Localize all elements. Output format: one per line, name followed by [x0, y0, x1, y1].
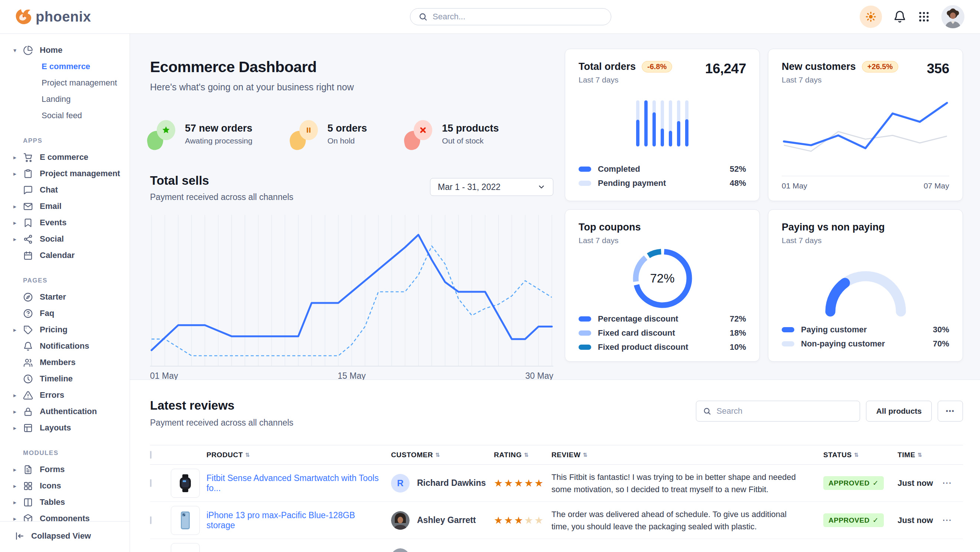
share-icon [23, 234, 33, 244]
customer-avatar [391, 548, 410, 552]
total-sells-header: Total sells Payment received across all … [150, 174, 553, 202]
collapse-sidebar-button[interactable]: Collapsed View [15, 531, 130, 541]
sidebar-item-faq[interactable]: Faq [0, 305, 130, 322]
coupons-legend: Percentage discount72%Fixed card discoun… [579, 312, 746, 354]
product-link[interactable]: iPhone 13 pro max-Pacific Blue-128GB sto… [207, 511, 355, 530]
caret-right-icon: ▸ [13, 466, 23, 473]
product-thumbnail[interactable] [171, 543, 200, 552]
sidebar-item-notifications[interactable]: Notifications [0, 338, 130, 354]
card-period: Last 7 days [782, 75, 898, 85]
global-search-input[interactable] [433, 12, 603, 22]
check-icon: ✓ [873, 516, 879, 525]
table-row [150, 539, 963, 552]
select-all-checkbox[interactable] [150, 451, 151, 459]
brand-logo[interactable]: phoenix [14, 9, 91, 25]
sidebar-item-events[interactable]: ▸Events [0, 214, 130, 231]
row-checkbox[interactable] [150, 516, 151, 524]
row-more-button[interactable]: ⋯ [942, 514, 952, 526]
all-products-button[interactable]: All products [866, 401, 932, 421]
global-search[interactable] [410, 8, 611, 25]
more-options-button[interactable]: ⋯ [938, 401, 963, 421]
review-text: The order was delivered ahead of schedul… [552, 508, 823, 533]
mail-icon [23, 201, 33, 212]
legend-label: Percentage discount [598, 314, 678, 324]
column-header-review[interactable]: REVIEW⇅ [552, 451, 823, 459]
kpi-cards-grid: Total orders -6.8% Last 7 days 16,247 Co… [565, 49, 963, 380]
sort-icon: ⇅ [583, 451, 588, 458]
coupons-donut-chart: 72% [629, 245, 696, 312]
column-header-customer[interactable]: CUSTOMER⇅ [391, 451, 494, 459]
sidebar-subitem-social-feed[interactable]: Social feed [0, 107, 130, 124]
sidebar-item-icons[interactable]: ▸Icons [0, 478, 130, 494]
sidebar-subitem-project-management[interactable]: Project management [0, 75, 130, 91]
sidebar-item-email[interactable]: ▸Email [0, 198, 130, 214]
sidebar-item-starter[interactable]: Starter [0, 289, 130, 305]
column-header-rating[interactable]: RATING⇅ [494, 451, 552, 459]
card-title: Top coupons [579, 222, 641, 233]
search-icon [418, 12, 428, 21]
change-badge: +26.5% [862, 61, 898, 72]
phoenix-logo-icon [14, 9, 31, 24]
product-thumbnail[interactable] [171, 506, 200, 535]
caret-right-icon: ▸ [13, 203, 23, 210]
stat-sublabel: Out of stock [442, 136, 499, 145]
message-icon [23, 185, 33, 195]
user-avatar[interactable] [941, 5, 964, 28]
column-header-product[interactable]: PRODUCT⇅ [207, 451, 391, 459]
sidebar-subitem-e-commerce[interactable]: E commerce [0, 58, 130, 75]
date-range-select[interactable]: Mar 1 - 31, 2022 [430, 178, 553, 196]
stat-item: 57 new ordersAwating processing [150, 121, 253, 146]
caret-right-icon: ▸ [13, 408, 23, 415]
sidebar-item-home[interactable]: ▾Home [0, 42, 130, 58]
product-thumbnail[interactable] [171, 469, 200, 498]
new-customers-axis: 01 May 07 May [782, 176, 949, 190]
sidebar-item-forms[interactable]: ▸Forms [0, 461, 130, 478]
sidebar-item-e-commerce[interactable]: ▸E commerce [0, 149, 130, 166]
sidebar-item-pricing[interactable]: ▸Pricing [0, 322, 130, 338]
bell-icon [893, 10, 907, 24]
notifications-button[interactable] [893, 10, 907, 24]
customer-name: Ashley Garrett [417, 515, 476, 525]
card-period: Last 7 days [782, 236, 885, 245]
table-row: Fitbit Sense Advanced Smartwatch with To… [150, 465, 963, 502]
sidebar-item-tables[interactable]: ▸Tables [0, 494, 130, 511]
column-header-time[interactable]: TIME⇅ [897, 451, 942, 459]
sort-icon: ⇅ [245, 451, 250, 458]
package-icon [23, 514, 33, 522]
sidebar-item-authentication[interactable]: ▸Authentication [0, 403, 130, 420]
collapse-icon [15, 531, 24, 541]
top-actions [860, 5, 964, 28]
sidebar-item-components[interactable]: ▸Components [0, 511, 130, 521]
sidebar-item-calendar[interactable]: Calendar [0, 247, 130, 263]
column-header-status[interactable]: STATUS⇅ [823, 451, 897, 459]
top-navbar: phoenix [0, 0, 980, 34]
stat-value: 5 orders [328, 123, 367, 134]
sidebar-item-layouts[interactable]: ▸Layouts [0, 420, 130, 436]
row-checkbox[interactable] [150, 479, 151, 487]
sidebar-item-members[interactable]: Members [0, 354, 130, 371]
sidebar: ▾HomeE commerceProject managementLanding… [0, 34, 130, 552]
product-link[interactable]: Fitbit Sense Advanced Smartwatch with To… [207, 473, 379, 493]
chevron-down-icon [537, 183, 546, 191]
change-badge: -6.8% [642, 61, 672, 72]
total-sells-axis: 01 May 15 May 30 May [150, 371, 553, 381]
sidebar-subitem-landing[interactable]: Landing [0, 91, 130, 107]
reviews-search-input[interactable] [716, 406, 853, 416]
apps-menu-button[interactable] [918, 10, 930, 23]
grid-9-icon [918, 10, 930, 23]
sidebar-item-chat[interactable]: Chat [0, 182, 130, 198]
reviews-search[interactable] [696, 401, 860, 421]
theme-toggle-button[interactable] [860, 6, 882, 28]
page-subtitle: Here's what's going on at your business … [150, 82, 553, 93]
sidebar-item-errors[interactable]: ▸Errors [0, 387, 130, 403]
sidebar-item-timeline[interactable]: Timeline [0, 371, 130, 387]
bubble-shape [414, 120, 432, 140]
sidebar-item-social[interactable]: ▸Social [0, 231, 130, 247]
axis-label: 07 May [924, 181, 949, 190]
sidebar-item-project-management[interactable]: ▸Project management [0, 166, 130, 182]
shopping-cart-icon [23, 152, 33, 163]
caret-right-icon: ▸ [13, 392, 23, 399]
bubble-shape [157, 120, 175, 140]
row-more-button[interactable]: ⋯ [942, 477, 952, 488]
caret-right-icon: ▸ [13, 236, 23, 243]
